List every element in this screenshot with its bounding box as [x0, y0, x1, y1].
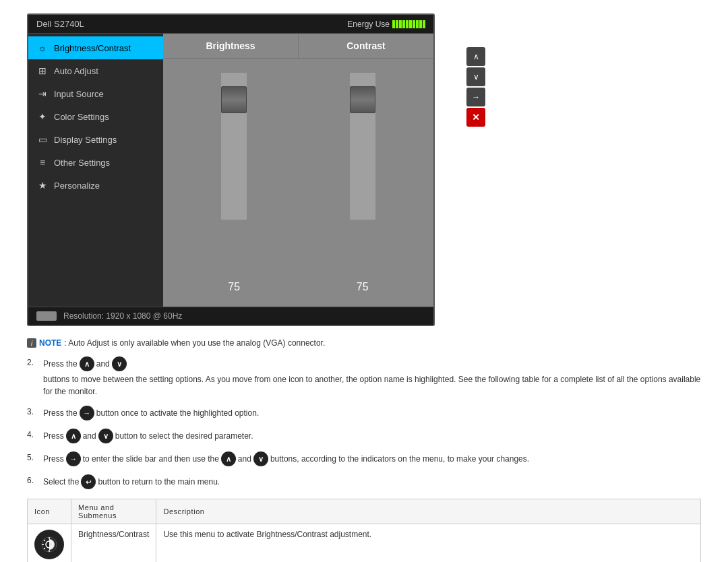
step-5-before: Press	[43, 453, 64, 465]
note-section: i NOTE: Auto Adjust is only available wh…	[27, 338, 701, 350]
contrast-slider-track[interactable]	[349, 72, 376, 220]
menu-item-other-settings-label: Other Settings	[54, 158, 110, 168]
step-4-after: button to select the desired parameter.	[115, 430, 253, 442]
settings-table: Icon Menu andSubmenus Description	[27, 499, 701, 562]
step-3-before: Press the	[43, 407, 78, 419]
step-5-and: and	[238, 453, 251, 465]
brightness-slider-track[interactable]	[220, 72, 247, 220]
menu-item-other-settings[interactable]: ≡ Other Settings	[28, 151, 163, 174]
instruction-step-4: 4. Press and button to select the desire…	[27, 429, 701, 443]
step-2-num: 2.	[27, 356, 40, 369]
step-2-after: buttons to move between the setting opti…	[43, 373, 701, 398]
other-settings-icon: ≡	[36, 157, 49, 168]
menu-item-auto-adjust-label: Auto Adjust	[54, 66, 98, 76]
down-button-5[interactable]	[253, 451, 268, 466]
contrast-header: Contrast	[298, 34, 433, 58]
osd-content: Brightness Contrast 75	[163, 34, 433, 307]
table-icon-cell	[28, 524, 71, 563]
monitor-model: Dell S2740L	[36, 19, 84, 29]
brightness-slider-thumb[interactable]	[221, 86, 247, 113]
note-icon: i	[27, 338, 36, 348]
step-5-middle: to enter the slide bar and then use the	[83, 453, 219, 465]
nav-buttons: ∧ ∨ → ✕	[466, 47, 485, 127]
table-description: Use this menu to activate Brightness/Con…	[156, 524, 701, 563]
osd-sliders: 75 75	[163, 59, 433, 307]
step-3-num: 3.	[27, 406, 40, 418]
nav-close-button[interactable]: ✕	[466, 108, 485, 127]
note-label: NOTE	[39, 338, 61, 348]
personalize-icon: ★	[36, 180, 49, 191]
step-5-after: buttons, according to the indicators on …	[270, 453, 529, 465]
up-button-2[interactable]	[80, 356, 94, 371]
menu-item-personalize[interactable]: ★ Personalize	[28, 174, 163, 197]
table-section: Icon Menu andSubmenus Description	[27, 499, 701, 562]
brightness-slider-col: 75	[183, 72, 285, 293]
auto-adjust-icon: ⊞	[36, 65, 49, 76]
instruction-step-3: 3. Press the button once to activate the…	[27, 406, 701, 420]
down-button-2[interactable]	[112, 356, 127, 371]
instructions-section: 2. Press the and buttons to move between…	[27, 356, 701, 489]
osd-sidebar: ☼ Brightness/Contrast ⊞ Auto Adjust ⇥ In…	[28, 34, 163, 307]
instruction-step-6: 6. Select the button to return to the ma…	[27, 474, 701, 489]
step-6-before: Select the	[43, 476, 79, 488]
brightness-contrast-icon	[34, 530, 64, 559]
step-5-num: 5.	[27, 451, 40, 464]
step-5-text: Press to enter the slide bar and then us…	[43, 451, 529, 466]
display-settings-icon: ▭	[36, 134, 49, 145]
description-text: Use this menu to activate Brightness/Con…	[163, 530, 371, 539]
input-source-icon: ⇥	[36, 88, 49, 99]
step-6-num: 6.	[27, 474, 40, 487]
step-6-text: Select the button to return to the main …	[43, 474, 220, 489]
color-settings-icon: ✦	[36, 111, 49, 122]
step-4-before: Press	[43, 430, 64, 442]
step-3-after: button once to activate the highlighted …	[96, 407, 260, 419]
step-2-and1: and	[96, 358, 110, 370]
energy-label: Energy Use	[347, 20, 390, 29]
menu-item-brightness[interactable]: ☼ Brightness/Contrast	[28, 36, 163, 59]
nav-right-button[interactable]: →	[466, 88, 485, 106]
menu-item-auto-adjust[interactable]: ⊞ Auto Adjust	[28, 59, 163, 82]
step-6-after: button to return to the main menu.	[98, 476, 220, 488]
hdmi-icon	[36, 311, 57, 321]
contrast-slider-col: 75	[312, 72, 414, 293]
step-4-text: Press and button to select the desired p…	[43, 429, 253, 443]
brightness-menu-icon: ☼	[36, 42, 49, 53]
right-button-5[interactable]	[66, 451, 81, 466]
contrast-slider-thumb[interactable]	[350, 86, 375, 113]
resolution-text: Resolution: 1920 x 1080 @ 60Hz	[63, 311, 182, 321]
step-2-before: Press the	[43, 358, 78, 370]
menu-item-personalize-label: Personalize	[54, 181, 100, 191]
nav-down-button[interactable]: ∨	[466, 67, 485, 86]
menu-item-display-settings[interactable]: ▭ Display Settings	[28, 128, 163, 151]
osd-content-header: Brightness Contrast	[163, 34, 433, 59]
menu-item-color-settings-label: Color Settings	[54, 112, 109, 122]
step-3-text: Press the button once to activate the hi…	[43, 406, 259, 420]
step-2-text: Press the and buttons to move between th…	[43, 356, 701, 398]
down-button-4[interactable]	[98, 429, 113, 443]
energy-bar-visual	[392, 20, 425, 28]
osd-body: ☼ Brightness/Contrast ⊞ Auto Adjust ⇥ In…	[28, 34, 433, 307]
step-4-and: and	[83, 430, 96, 442]
up-button-5[interactable]	[221, 451, 236, 466]
menu-item-input-source-label: Input Source	[54, 89, 104, 99]
energy-bar: Energy Use	[347, 20, 425, 29]
menu-item-brightness-label: Brightness/Contrast	[54, 43, 131, 53]
osd-footer: Resolution: 1920 x 1080 @ 60Hz	[28, 307, 433, 325]
brightness-svg-icon	[40, 535, 59, 554]
menu-name-text: Brightness/Contrast	[78, 530, 149, 539]
osd-header: Dell S2740L Energy Use	[28, 15, 433, 34]
step-4-num: 4.	[27, 429, 40, 441]
contrast-value: 75	[357, 281, 369, 293]
brightness-value: 75	[228, 281, 240, 293]
osd-frame: Dell S2740L Energy Use ☼ Brightness/Cont…	[27, 13, 435, 326]
up-button-4[interactable]	[66, 429, 81, 443]
brightness-header: Brightness	[163, 34, 298, 58]
table-header-icon: Icon	[28, 499, 71, 524]
table-row-brightness: Brightness/Contrast Use this menu to act…	[28, 524, 701, 563]
menu-item-color-settings[interactable]: ✦ Color Settings	[28, 105, 163, 128]
back-button-6[interactable]	[81, 474, 96, 489]
right-button-3[interactable]	[80, 406, 94, 420]
table-header-menu: Menu andSubmenus	[71, 499, 156, 524]
nav-up-button[interactable]: ∧	[466, 47, 485, 66]
menu-item-input-source[interactable]: ⇥ Input Source	[28, 82, 163, 105]
